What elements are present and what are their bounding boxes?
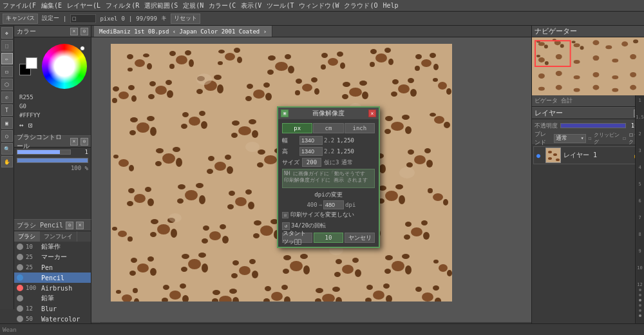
tool-eraser[interactable]: ◻: [1, 66, 13, 77]
brush-control-settings[interactable]: ⊙: [80, 138, 88, 146]
menu-layer[interactable]: レイヤー(L: [67, 1, 100, 10]
svg-point-154: [229, 191, 235, 196]
svg-point-171: [399, 195, 405, 204]
tool-hand[interactable]: ✋: [1, 156, 13, 168]
opacity-slider[interactable]: [560, 123, 626, 128]
menu-filter[interactable]: フィルタ(R: [106, 1, 139, 10]
svg-point-279: [169, 213, 182, 222]
svg-point-30: [370, 49, 377, 54]
svg-point-29: [375, 53, 387, 62]
toolbar-canvas-btn[interactable]: キャンバス: [3, 14, 38, 24]
dialog-tab-cm[interactable]: cm: [313, 123, 343, 133]
dialog-width-input[interactable]: [299, 136, 323, 145]
menu-cloud[interactable]: クラウド(O: [344, 1, 377, 10]
brush-tab-preset[interactable]: フンフレイ: [40, 231, 77, 242]
menu-ruler[interactable]: 定規(N: [183, 1, 204, 10]
svg-point-149: [178, 184, 185, 189]
dialog-close-button[interactable]: ×: [368, 110, 376, 117]
toolbar-reset-btn[interactable]: リセット: [171, 14, 200, 24]
svg-point-213: [129, 271, 136, 276]
svg-point-180: [151, 219, 158, 224]
canvas-tabs: MediBaniz 1st 08.psd ‹ Japan Color 2001 …: [91, 26, 531, 37]
brush-opacity-slider[interactable]: [17, 158, 88, 163]
svg-point-151: [199, 195, 205, 204]
menu-window[interactable]: ウィンドウ(W: [299, 1, 339, 10]
svg-point-38: [415, 66, 420, 71]
navigator-thumbnail[interactable]: [532, 37, 644, 95]
dialog-ok-btn[interactable]: 10: [314, 233, 344, 243]
svg-point-9: [176, 55, 187, 64]
dialog-height-input[interactable]: [299, 147, 323, 156]
brush-list-close[interactable]: ×: [76, 222, 84, 229]
brush-list-settings[interactable]: ⊙: [66, 222, 73, 229]
brush-num-0: 10: [26, 244, 39, 250]
dialog-history-btn[interactable]: ↺: [282, 222, 290, 230]
layer-item-0[interactable]: ● レイヤー 1 🔒: [533, 146, 643, 164]
brush-tab-list[interactable]: ブラシ: [14, 231, 40, 242]
svg-point-28: [321, 64, 326, 70]
brush-item-4[interactable]: 100 Airbrush: [14, 283, 91, 293]
tool-fill[interactable]: ⬡: [1, 79, 13, 90]
dialog-tab-px[interactable]: px: [282, 123, 312, 133]
color-panel-close[interactable]: ×: [70, 28, 78, 35]
color-panel-title: カラー: [17, 27, 68, 36]
svg-point-307: [612, 75, 618, 79]
dialog-width-row: 幅 2.2 1,250: [282, 136, 375, 145]
brush-size-slider[interactable]: [17, 149, 71, 155]
color-panel-settings[interactable]: ⊙: [80, 28, 88, 35]
brush-item-3[interactable]: Pencil: [14, 273, 91, 283]
svg-point-36: [430, 53, 436, 58]
svg-point-35: [415, 54, 422, 59]
blend-select[interactable]: 通常 ▾: [554, 134, 585, 143]
dialog-dpi-input[interactable]: [323, 200, 344, 209]
dialog-title-bar: ▣ 画像解像度 ×: [278, 108, 379, 119]
svg-point-122: [207, 169, 213, 174]
brush-item-6[interactable]: 12 Blur: [14, 303, 91, 314]
canvas-tab-main[interactable]: MediBaniz 1st 08.psd ‹ Japan Color 2001 …: [94, 26, 272, 37]
menu-help[interactable]: Help: [383, 2, 399, 9]
svg-point-63: [295, 90, 300, 95]
svg-point-185: [203, 225, 209, 231]
menu-tool[interactable]: ツール(T: [267, 1, 294, 10]
toolbar-value-input[interactable]: [70, 14, 96, 23]
brush-item-1[interactable]: 25 マーカー: [14, 252, 91, 262]
menu-select[interactable]: 選択範囲(S: [144, 1, 178, 10]
brush-item-5[interactable]: 鉛筆: [14, 293, 91, 303]
dialog-tab-inch[interactable]: inch: [345, 123, 375, 133]
tool-text[interactable]: T: [1, 104, 13, 116]
tool-eyedropper[interactable]: ✆: [1, 91, 13, 103]
brush-dot-5: [17, 295, 23, 302]
brush-item-7[interactable]: 50 Watercolor: [14, 314, 91, 323]
tool-zoom[interactable]: 🔍: [1, 143, 13, 155]
menu-edit[interactable]: 編集(E: [41, 1, 62, 10]
dialog-size-value[interactable]: 200: [302, 158, 321, 167]
svg-point-55: [247, 84, 253, 89]
brush-name-2: Pen: [41, 264, 88, 271]
color-swap-icon[interactable]: ↔: [19, 121, 27, 129]
menu-file[interactable]: ファイル(F: [3, 1, 36, 10]
brush-control-close[interactable]: ×: [70, 138, 78, 146]
svg-point-268: [383, 283, 390, 289]
brush-item-2[interactable]: 25 Pen: [14, 262, 91, 273]
svg-point-247: [163, 285, 169, 290]
svg-point-118: [214, 162, 226, 171]
tool-brush[interactable]: ✏: [1, 53, 13, 64]
svg-point-59: [302, 84, 312, 91]
svg-point-46: [166, 80, 172, 85]
brush-item-0[interactable]: 10 鉛筆作: [14, 242, 91, 252]
tool-gradient[interactable]: ▣: [1, 117, 13, 129]
tool-select[interactable]: ⬚: [1, 40, 13, 52]
tool-shape[interactable]: ○: [1, 130, 13, 142]
menu-color[interactable]: カラー(C: [209, 1, 236, 10]
image-resolution-dialog[interactable]: ▣ 画像解像度 × px cm inch 幅 2.2 1,250 高 2.2: [277, 106, 380, 248]
dialog-cancel-btn[interactable]: ヤンセリ: [345, 233, 375, 243]
tool-move[interactable]: ✥: [1, 27, 13, 39]
dialog-print-checkbox[interactable]: ☑: [282, 212, 289, 218]
menu-view[interactable]: 表示(V: [241, 1, 261, 10]
dialog-reset-btn[interactable]: スタントツット⃝: [282, 233, 312, 243]
svg-point-70: [392, 79, 399, 84]
svg-point-57: [265, 93, 272, 100]
brush-control-header: ブラシコントロール × ⊙: [14, 136, 91, 148]
color-wheel[interactable]: [42, 44, 87, 89]
color-reset-icon[interactable]: ⊡: [28, 121, 36, 129]
